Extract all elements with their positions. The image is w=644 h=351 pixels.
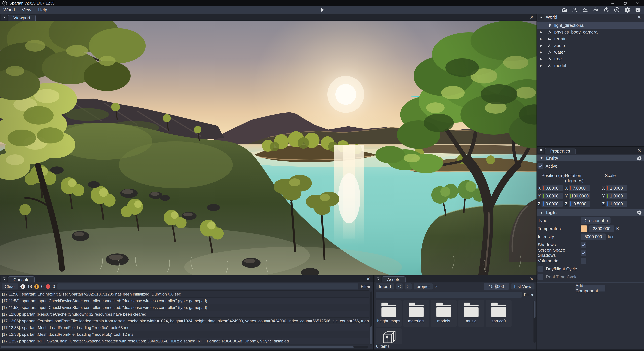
- expand-arrow-icon[interactable]: ▶: [540, 37, 543, 41]
- info-icon[interactable]: i: [20, 284, 25, 289]
- stopwatch-icon[interactable]: [603, 7, 609, 13]
- day-night-cycle-checkbox[interactable]: [538, 266, 543, 272]
- tab-viewport[interactable]: Viewport: [8, 15, 36, 21]
- tree-row-model[interactable]: ▶ model: [537, 62, 644, 69]
- screen-space-shadows-checkbox[interactable]: [581, 250, 586, 256]
- console-vertical-scrollbar[interactable]: [370, 291, 372, 345]
- collapse-panel-icon[interactable]: [538, 14, 544, 20]
- model-archive-tile[interactable]: [376, 328, 402, 344]
- collapse-panel-icon[interactable]: [375, 276, 381, 282]
- console-close-icon[interactable]: ✕: [366, 276, 371, 281]
- viewport-scene[interactable]: [0, 21, 536, 275]
- person-icon[interactable]: [572, 7, 578, 13]
- volumetric-checkbox[interactable]: [581, 258, 586, 264]
- temperature-input[interactable]: 3800.000: [589, 225, 614, 232]
- active-checkbox[interactable]: [538, 163, 543, 169]
- collapse-panel-icon[interactable]: [1, 14, 7, 20]
- restore-icon[interactable]: [622, 1, 628, 6]
- collapse-panel-icon[interactable]: [538, 147, 544, 153]
- assets-filter-input[interactable]: [376, 292, 522, 298]
- temperature-color-swatch[interactable]: [581, 225, 587, 232]
- collapse-panel-icon[interactable]: [1, 276, 7, 282]
- collapse-section-icon[interactable]: ▼: [540, 156, 543, 160]
- tree-row-tree[interactable]: ▶ tree: [537, 56, 644, 62]
- nav-back-button[interactable]: <: [396, 283, 403, 289]
- chevron-down-icon: ▼: [604, 219, 610, 223]
- settings-gear-icon[interactable]: [624, 7, 630, 13]
- log-line[interactable]: [17:12:38]: spartan::Mesh::LoadFromFile:…: [0, 331, 369, 338]
- log-line[interactable]: [17:12:03]: spartan::ResourceCache::Shut…: [0, 311, 369, 318]
- terminal-icon[interactable]: [614, 7, 620, 13]
- minimize-icon[interactable]: [610, 1, 615, 6]
- light-section-header[interactable]: ▼ Light: [537, 209, 644, 216]
- collapse-section-icon[interactable]: ▼: [540, 211, 543, 215]
- add-component-button[interactable]: Add Component: [576, 285, 605, 291]
- entity-gear-icon[interactable]: [637, 156, 642, 161]
- folder-label: models: [437, 319, 450, 323]
- tree-row-terrain[interactable]: ▶ terrain: [537, 35, 644, 42]
- nav-forward-button[interactable]: >: [405, 283, 412, 289]
- light-gear-icon[interactable]: [637, 210, 642, 215]
- image-icon[interactable]: [635, 7, 641, 13]
- breadcrumb[interactable]: project: [414, 283, 433, 289]
- console-filter-input[interactable]: [58, 283, 358, 289]
- folder-tile[interactable]: materials: [403, 300, 429, 327]
- menu-help[interactable]: Help: [35, 7, 50, 13]
- position-y-input[interactable]: 0.0000: [542, 193, 562, 199]
- expand-arrow-icon[interactable]: ▶: [540, 50, 543, 54]
- entity-section-header[interactable]: ▼ Entity: [537, 155, 644, 161]
- rotation-y-input[interactable]: -100.0000: [569, 193, 590, 199]
- assets-close-icon[interactable]: ✕: [529, 276, 534, 281]
- log-line[interactable]: [17:13:57]: spartan::RHI_SwapChain::Crea…: [0, 338, 369, 344]
- camera-icon[interactable]: [561, 7, 567, 13]
- expand-arrow-icon[interactable]: ▶: [540, 44, 543, 48]
- tab-assets[interactable]: Assets: [382, 276, 406, 282]
- play-button[interactable]: [319, 7, 326, 13]
- real-time-cycle-checkbox[interactable]: [538, 274, 543, 280]
- menu-view[interactable]: View: [18, 7, 35, 13]
- folder-tile[interactable]: models: [431, 300, 457, 327]
- thumbnail-size-slider[interactable]: 150.000: [484, 283, 509, 290]
- rotation-x-input[interactable]: 7.0000: [569, 185, 590, 191]
- log-line[interactable]: [17:11:58]: spartan::Input::CheckDeviceS…: [0, 297, 369, 304]
- tree-row-audio[interactable]: ▶ audio: [537, 42, 644, 49]
- tree-row-physics-body-camera[interactable]: ▶ physics_body_camera: [537, 29, 644, 35]
- folder-tile[interactable]: height_maps: [376, 300, 402, 327]
- tree-row-water[interactable]: ▶ water: [537, 49, 644, 56]
- shadows-checkbox[interactable]: [581, 242, 586, 248]
- console-horizontal-scrollbar[interactable]: [1, 346, 368, 348]
- log-line[interactable]: [17:12:38]: spartan::Mesh::LoadFromFile:…: [0, 324, 369, 331]
- light-type-dropdown[interactable]: Directional ▼: [581, 217, 610, 224]
- clear-button[interactable]: Clear: [2, 283, 18, 289]
- menu-world[interactable]: World: [0, 7, 18, 13]
- log-line[interactable]: [17:11:58]: spartan::Input::CheckDeviceS…: [0, 304, 369, 311]
- error-icon[interactable]: !: [46, 284, 50, 289]
- folder-tile[interactable]: spruce0: [486, 300, 512, 327]
- visibility-eye-icon[interactable]: [593, 7, 599, 13]
- log-line[interactable]: [17:12:06]: spartan::Terrain::LoadFromFi…: [0, 318, 369, 324]
- tab-console[interactable]: Console: [8, 276, 35, 282]
- tree-row-light-directional[interactable]: light_directional: [537, 22, 644, 29]
- warning-icon[interactable]: !: [34, 284, 39, 289]
- import-button[interactable]: Import: [376, 283, 394, 289]
- viewport-close-icon[interactable]: ✕: [529, 15, 534, 20]
- position-x-input[interactable]: 0.0000: [542, 185, 562, 191]
- expand-arrow-icon[interactable]: ▶: [540, 64, 543, 68]
- position-z-input[interactable]: 0.0000: [542, 201, 562, 207]
- scale-z-input[interactable]: 1.0000: [606, 201, 627, 207]
- world-close-icon[interactable]: ✕: [637, 15, 642, 20]
- folder-tile[interactable]: music: [458, 300, 484, 327]
- tab-properties[interactable]: Properties: [545, 148, 576, 154]
- properties-close-icon[interactable]: ✕: [637, 148, 642, 153]
- assets-vertical-scrollbar[interactable]: [534, 300, 536, 343]
- log-line[interactable]: [17:11:58]: spartan::Engine::Initialize:…: [0, 291, 369, 297]
- expand-arrow-icon[interactable]: ▶: [540, 30, 543, 34]
- expand-arrow-icon[interactable]: ▶: [540, 57, 543, 61]
- rotation-z-input[interactable]: -0.5000: [569, 201, 590, 207]
- scale-x-input[interactable]: 1.0000: [606, 185, 627, 191]
- scale-y-input[interactable]: 1.0000: [606, 193, 627, 199]
- intensity-input[interactable]: 5000.000: [581, 233, 606, 240]
- list-view-button[interactable]: List View: [511, 283, 534, 289]
- terrain-icon[interactable]: [582, 7, 588, 13]
- close-icon[interactable]: [635, 1, 640, 6]
